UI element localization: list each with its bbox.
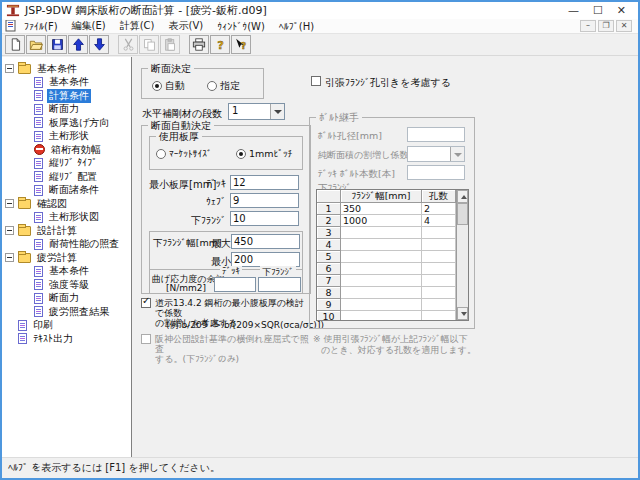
flange-hole-table[interactable]: ﾌﾗﾝｼﾞ幅[mm] 孔数 13502 210004 3 4 5 6 7 8 9… [316, 189, 469, 321]
tree-item-folder[interactable]: 確認図 [2, 197, 131, 211]
move-down-button[interactable] [89, 35, 109, 54]
table-row[interactable]: 10 [317, 311, 456, 321]
flange-width-max-field[interactable] [231, 234, 300, 249]
radio-market-icon[interactable] [156, 149, 166, 159]
collapse-toggle-icon[interactable] [5, 226, 14, 235]
menu-edit[interactable]: 編集(E) [65, 19, 113, 33]
tree-item[interactable]: 印刷 [2, 319, 131, 333]
scrollbar-thumb[interactable] [457, 203, 468, 225]
menu-help[interactable]: ﾍﾙﾌﾟ(H) [272, 21, 321, 32]
horizontal-stiffener-select[interactable]: 1 [228, 103, 285, 120]
scroll-up-icon[interactable] [457, 190, 468, 203]
document-icon [34, 104, 43, 115]
app-icon [6, 4, 20, 17]
margin-deck-header: ﾃﾞｯｷ [220, 266, 242, 276]
app-window: JSP-9DW 鋼床版桁の断面計算 - [疲労-鈑桁.d09] — ☐ ✕ ﾌｧ… [0, 0, 640, 480]
scroll-down-icon[interactable] [457, 307, 468, 320]
tree-item-folder[interactable]: 基本条件 [2, 62, 131, 76]
context-help-button[interactable]: ? [231, 35, 251, 54]
tree-item[interactable]: 疲労照査結果 [2, 305, 131, 319]
chevron-down-icon[interactable] [270, 104, 284, 119]
table-row[interactable]: 7 [317, 275, 456, 287]
about-button[interactable]: ? [210, 35, 230, 54]
maximize-icon[interactable]: ☐ [593, 3, 603, 18]
table-row[interactable]: 5 [317, 251, 456, 263]
child-restore-icon[interactable]: ❐ [598, 20, 614, 32]
radio-1mm-pitch[interactable]: 1mmﾋﾟｯﾁ [236, 148, 293, 159]
tree-item[interactable]: ﾃｷｽﾄ出力 [2, 332, 131, 346]
child-close-icon[interactable]: ✕ [616, 20, 632, 32]
table-row[interactable]: 210004 [317, 215, 456, 227]
document-icon [34, 171, 43, 182]
auto-decision-group: 断面自動決定 使用板厚 ﾏｰｹｯﾄｻｲｽﾞ 1mmﾋﾟｯﾁ 最小板厚[mm] ﾃ… [141, 125, 311, 294]
tree-item[interactable]: 基本条件 [2, 265, 131, 279]
tree-item-folder[interactable]: 設計計算 [2, 224, 131, 238]
radio-manual-icon[interactable] [207, 81, 217, 91]
collapse-toggle-icon[interactable] [5, 199, 14, 208]
move-up-button[interactable] [68, 35, 88, 54]
status-text: ﾍﾙﾌﾟ を表示するには [F1] を押してください。 [8, 461, 220, 475]
menu-file[interactable]: ﾌｧｲﾙ(F) [17, 21, 65, 32]
hole-reduction-checkbox[interactable]: 引張ﾌﾗﾝｼﾞ孔引きを考慮する [311, 76, 451, 90]
collapse-toggle-icon[interactable] [5, 253, 14, 262]
open-button[interactable] [26, 35, 46, 54]
checkbox-checked-icon[interactable] [141, 298, 151, 308]
minimize-icon[interactable]: — [568, 3, 579, 18]
folder-icon [18, 253, 31, 263]
tree-item[interactable]: 縦ﾘﾌﾞ ﾀｲﾌﾟ [2, 157, 131, 171]
child-minimize-icon[interactable]: – [580, 20, 596, 32]
flange-thickness-field[interactable] [230, 211, 299, 226]
new-button[interactable] [5, 35, 25, 54]
print-button[interactable] [189, 35, 209, 54]
menu-window[interactable]: ｳｨﾝﾄﾞｳ(W) [210, 21, 272, 32]
radio-market-size[interactable]: ﾏｰｹｯﾄｻｲｽﾞ [156, 148, 212, 159]
net-area-label: 純断面積の割増し係数 [318, 149, 408, 162]
tree-item[interactable]: 板厚逃げ方向 [2, 116, 131, 130]
menu-calc[interactable]: 計算(C) [113, 19, 162, 33]
table-row[interactable]: 9 [317, 299, 456, 311]
tree-item[interactable]: 箱桁有効幅 [2, 143, 131, 157]
table-header-row: ﾌﾗﾝｼﾞ幅[mm] 孔数 [317, 190, 456, 203]
deck-thickness-field[interactable] [230, 175, 299, 190]
web-thickness-field[interactable] [230, 193, 299, 208]
radio-manual[interactable]: 指定 [207, 79, 240, 93]
web-check-example: (例:b/209 -> b/[209×SQR(σca/σc)]) [166, 319, 324, 332]
collapse-toggle-icon[interactable] [5, 64, 14, 73]
chevron-down-icon [450, 147, 464, 161]
table-row[interactable]: 13502 [317, 203, 456, 215]
margin-deck-field[interactable] [214, 277, 256, 292]
radio-1mm-icon[interactable] [236, 149, 246, 159]
tree-item[interactable]: 縦ﾘﾌﾞ 配置 [2, 170, 131, 184]
tree-item-selected[interactable]: 計算条件 [2, 89, 131, 103]
document-icon [34, 266, 43, 277]
tree-item[interactable]: 耐荷性能の照査 [2, 238, 131, 252]
section-decision-title: 断面決定 [148, 62, 194, 75]
table-row[interactable]: 4 [317, 239, 456, 251]
tree-item[interactable]: 主桁形状図 [2, 211, 131, 225]
tree-item[interactable]: 断面諸条件 [2, 184, 131, 198]
tree-item[interactable]: 断面力 [2, 292, 131, 306]
table-row[interactable]: 8 [317, 287, 456, 299]
flange-width-min-field[interactable] [231, 252, 300, 267]
tree-item-folder[interactable]: 疲労計算 [2, 251, 131, 265]
tree-item[interactable]: 強度等級 [2, 278, 131, 292]
radio-auto[interactable]: 自動 [152, 79, 185, 93]
table-row[interactable]: 6 [317, 263, 456, 275]
margin-flange-field[interactable] [258, 277, 301, 292]
tree-item[interactable]: 主桁形状 [2, 130, 131, 144]
table-scrollbar[interactable] [456, 190, 468, 320]
form-panel: 断面決定 自動 指定 引張ﾌﾗﾝｼﾞ孔引きを考慮する 水平補剛材の段数 1 断面… [132, 57, 638, 457]
radio-auto-icon[interactable] [152, 81, 162, 91]
status-bar: ﾍﾙﾌﾟ を表示するには [F1] を押してください。 [2, 457, 638, 478]
document-icon [34, 117, 43, 128]
tree-item[interactable]: 基本条件 [2, 76, 131, 90]
paste-button [160, 35, 180, 54]
table-row[interactable]: 3 [317, 227, 456, 239]
close-icon[interactable]: ✕ [617, 3, 626, 18]
menu-view[interactable]: 表示(V) [161, 19, 210, 33]
tree-item[interactable]: 断面力 [2, 103, 131, 117]
checkbox-icon[interactable] [311, 76, 321, 86]
document-icon [34, 279, 43, 290]
document-icon [34, 212, 43, 223]
save-button[interactable] [47, 35, 67, 54]
